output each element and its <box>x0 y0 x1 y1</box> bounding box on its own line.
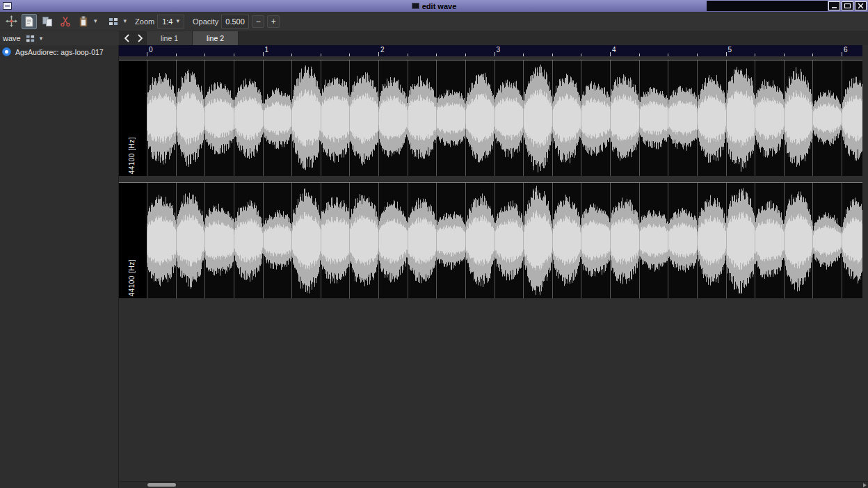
machine-radio-label: AgsAudiorec: ags-loop-017 <box>15 48 104 56</box>
titlebar: edit wave <box>0 0 868 12</box>
close-icon <box>857 3 865 9</box>
wave-toolbar: ▾ ▾ Zoom 1:4 ▾ Opacity 0.500 − + <box>0 12 868 31</box>
tab-line-2[interactable]: line 2 <box>193 31 239 45</box>
position-cursor-icon <box>6 15 17 27</box>
scroll-right-arrow-icon[interactable] <box>863 483 867 487</box>
maximize-button[interactable] <box>842 1 853 10</box>
tool-menu-button[interactable] <box>106 14 121 29</box>
ruler-label: 2 <box>380 46 385 54</box>
selector-bar: wave ▾ line 1 line 2 <box>0 31 868 45</box>
wave-edit-area: 0123456 44100 [Hz] 44100 [Hz] <box>119 45 868 488</box>
ruler-label: 4 <box>612 46 616 54</box>
ruler-tick <box>726 52 727 56</box>
tab-line-1[interactable]: line 1 <box>147 31 193 45</box>
cut-button[interactable] <box>58 14 73 29</box>
ruler-label: 1 <box>265 46 269 54</box>
timeline-ruler[interactable]: 0123456 <box>119 45 862 56</box>
zoom-caret-icon: ▾ <box>176 18 179 24</box>
opacity-decrement-button[interactable]: − <box>252 15 264 28</box>
tool-menu-caret-icon[interactable]: ▾ <box>124 18 127 24</box>
ruler-tick <box>176 54 177 56</box>
waveform-canvas-1[interactable] <box>147 183 862 298</box>
ruler-tick <box>234 54 234 56</box>
app-icon <box>412 3 419 9</box>
ruler-tick <box>812 54 813 56</box>
ruler-tick <box>668 54 668 56</box>
edit-document-icon <box>24 16 35 27</box>
titlebar-strip <box>707 1 828 11</box>
waveform-canvas-0[interactable] <box>147 60 862 176</box>
opacity-input[interactable]: 0.500 <box>221 15 249 29</box>
ruler-tick <box>639 54 640 56</box>
zoom-value: 1:4 <box>162 17 172 26</box>
machine-selector-icon <box>25 33 35 44</box>
ruler-tick <box>581 54 581 56</box>
channel-0-rate-label: 44100 [Hz] <box>128 137 136 174</box>
radio-dot <box>5 50 8 54</box>
machine-selector[interactable]: wave ▾ <box>0 31 119 45</box>
position-cursor-button[interactable] <box>3 14 19 29</box>
paste-button[interactable] <box>76 14 91 29</box>
ruler-tick <box>291 54 292 56</box>
ruler-tick <box>436 54 437 56</box>
ruler-tick <box>465 54 466 56</box>
minimize-button[interactable] <box>828 1 840 10</box>
chevron-right-icon <box>137 34 143 42</box>
ruler-tick <box>784 54 785 56</box>
ruler-tick <box>349 54 350 56</box>
window-controls <box>828 1 867 10</box>
machine-radio-row[interactable]: AgsAudiorec: ags-loop-017 <box>0 45 118 58</box>
ruler-tick <box>408 54 408 56</box>
edit-wave-window: edit wave <box>0 0 868 488</box>
ruler-tick <box>842 52 842 56</box>
minimize-icon <box>830 3 838 9</box>
close-button[interactable] <box>855 1 867 10</box>
ruler-tick <box>495 52 495 56</box>
window-title-text: edit wave <box>422 2 457 10</box>
ruler-tick <box>147 52 147 56</box>
tab-scroll-right-button[interactable] <box>134 31 147 45</box>
channel-1-rate-label: 44100 [Hz] <box>128 259 136 296</box>
ruler-tick <box>755 54 755 56</box>
machine-selector-caret-icon: ▾ <box>40 35 43 42</box>
ruler-label: 0 <box>149 46 153 54</box>
tab-scroll-left-button[interactable] <box>120 31 134 45</box>
tool-menu-blocks-icon <box>108 16 119 27</box>
ruler-tick <box>204 54 205 56</box>
opacity-increment-button[interactable]: + <box>267 15 280 28</box>
horizontal-scrollbar[interactable] <box>119 481 868 488</box>
ruler-tick <box>263 52 264 56</box>
channel-0-scale: 44100 [Hz] <box>119 60 147 176</box>
machine-selector-label: wave <box>3 34 21 42</box>
horizontal-scrollbar-thumb[interactable] <box>147 483 176 487</box>
paste-menu-caret-icon[interactable]: ▾ <box>94 18 97 24</box>
ruler-tick <box>523 54 524 56</box>
channel-0: 44100 [Hz] <box>119 60 862 176</box>
tab-strip: line 1 line 2 <box>119 31 868 45</box>
ruler-tick <box>378 52 379 56</box>
ruler-label: 5 <box>728 46 732 54</box>
ruler-tick <box>552 54 553 56</box>
channel-1: 44100 [Hz] <box>119 182 862 298</box>
opacity-label: Opacity <box>193 17 218 26</box>
machine-list-panel: AgsAudiorec: ags-loop-017 <box>0 45 119 488</box>
ruler-label: 3 <box>497 46 501 54</box>
opacity-value: 0.500 <box>225 17 245 26</box>
chevron-left-icon <box>124 34 130 42</box>
tab-line-1-label: line 1 <box>161 34 178 42</box>
ruler-tick <box>610 52 611 56</box>
ruler-label: 6 <box>844 46 848 54</box>
copy-pages-icon <box>42 16 53 27</box>
radio-selected-icon[interactable] <box>2 47 11 56</box>
paste-clipboard-icon <box>78 16 89 27</box>
channel-1-scale: 44100 [Hz] <box>119 183 147 298</box>
zoom-combobox[interactable]: 1:4 ▾ <box>157 15 184 29</box>
tab-line-2-label: line 2 <box>207 34 224 42</box>
copy-button[interactable] <box>40 14 55 29</box>
ruler-tick <box>321 54 321 56</box>
edit-tool-button[interactable] <box>22 14 37 29</box>
maximize-icon <box>844 3 851 9</box>
cut-scissors-icon <box>60 16 71 27</box>
zoom-label: Zoom <box>135 17 154 26</box>
ruler-tick <box>697 54 698 56</box>
